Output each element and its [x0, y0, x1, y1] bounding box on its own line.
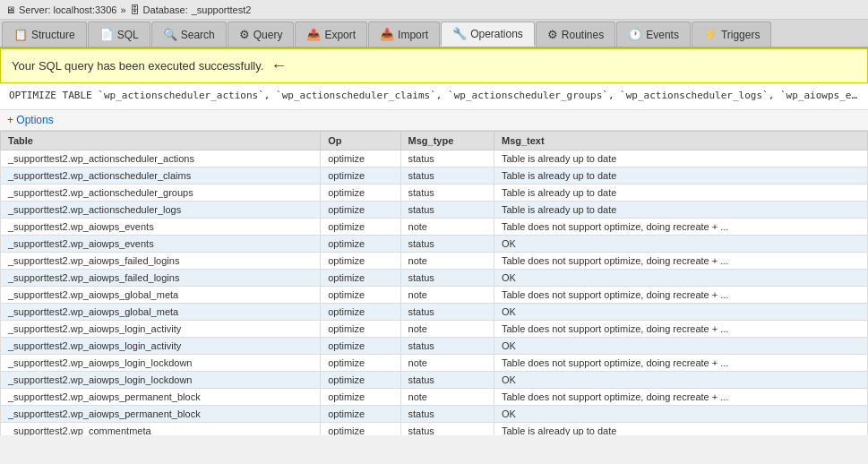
cell-op: optimize	[321, 218, 400, 235]
cell-table: _supporttest2.wp_aiowps_login_lockdown	[1, 371, 321, 388]
cell-op: optimize	[321, 371, 400, 388]
cell-msg-type: status	[400, 337, 494, 354]
tab-import-label: Import	[398, 29, 428, 41]
operations-icon: 🔧	[452, 27, 467, 40]
content-area: Your SQL query has been executed success…	[0, 48, 868, 435]
options-link[interactable]: + Options	[7, 114, 54, 126]
tab-operations[interactable]: 🔧 Operations	[441, 21, 535, 47]
search-icon: 🔍	[163, 28, 177, 41]
tab-events-label: Events	[646, 29, 679, 41]
tab-search[interactable]: 🔍 Search	[151, 21, 227, 47]
table-row: _supporttest2.wp_aiowps_login_activityop…	[1, 320, 868, 337]
tab-export[interactable]: 📤 Export	[295, 21, 367, 47]
export-icon: 📤	[306, 28, 321, 41]
cell-table: _supporttest2.wp_actionscheduler_groups	[1, 184, 321, 201]
tab-query[interactable]: ⚙ Query	[228, 21, 295, 47]
col-header-msg-type: Msg_type	[400, 131, 494, 150]
cell-table: _supporttest2.wp_actionscheduler_claims	[1, 167, 321, 184]
cell-table: _supporttest2.wp_actionscheduler_actions	[1, 150, 321, 167]
cell-table: _supporttest2.wp_actionscheduler_logs	[1, 201, 321, 218]
cell-table: _supporttest2.wp_aiowps_login_activity	[1, 337, 321, 354]
table-row: _supporttest2.wp_aiowps_login_activityop…	[1, 337, 868, 354]
cell-op: optimize	[321, 235, 400, 252]
cell-msg-type: status	[400, 184, 494, 201]
cell-table: _supporttest2.wp_aiowps_login_lockdown	[1, 354, 321, 371]
cell-op: optimize	[321, 269, 400, 286]
tab-search-label: Search	[181, 29, 215, 41]
table-row: _supporttest2.wp_aiowps_permanent_blocko…	[1, 388, 868, 405]
cell-msg-type: status	[400, 201, 494, 218]
import-icon: 📥	[380, 28, 394, 41]
table-row: _supporttest2.wp_aiowps_eventsoptimizeno…	[1, 218, 868, 235]
table-row: _supporttest2.wp_aiowps_eventsoptimizest…	[1, 235, 868, 252]
db-icon: 🗄	[130, 4, 140, 15]
cell-table: _supporttest2.wp_aiowps_global_meta	[1, 303, 321, 320]
table-row: _supporttest2.wp_aiowps_login_lockdownop…	[1, 371, 868, 388]
cell-msg-text: OK	[494, 303, 867, 320]
cell-op: optimize	[321, 167, 400, 184]
cell-op: optimize	[321, 184, 400, 201]
server-label: Server: localhost:3306	[19, 4, 116, 15]
cell-msg-type: note	[400, 354, 494, 371]
triggers-icon: ⚡	[703, 28, 718, 41]
success-banner: Your SQL query has been executed success…	[0, 48, 868, 83]
tab-events[interactable]: 🕐 Events	[616, 21, 691, 47]
cell-msg-text: Table does not support optimize, doing r…	[494, 286, 867, 303]
cell-table: _supporttest2.wp_aiowps_global_meta	[1, 286, 321, 303]
tab-routines[interactable]: ⚙ Routines	[536, 21, 615, 47]
sql-query-text: OPTIMIZE TABLE `wp_actionscheduler_actio…	[9, 90, 868, 101]
cell-msg-text: Table is already up to date	[494, 167, 867, 184]
tab-routines-label: Routines	[562, 29, 604, 41]
table-row: _supporttest2.wp_aiowps_failed_loginsopt…	[1, 252, 868, 269]
table-row: _supporttest2.wp_aiowps_global_metaoptim…	[1, 303, 868, 320]
tab-import[interactable]: 📥 Import	[368, 21, 440, 47]
options-row: + Options	[0, 110, 868, 131]
cell-op: optimize	[321, 354, 400, 371]
cell-msg-text: OK	[494, 371, 867, 388]
cell-table: _supporttest2.wp_aiowps_login_activity	[1, 320, 321, 337]
table-container: Table Op Msg_type Msg_text _supporttest2…	[0, 131, 868, 435]
cell-op: optimize	[321, 150, 400, 167]
table-row: _supporttest2.wp_aiowps_failed_loginsopt…	[1, 269, 868, 286]
cell-op: optimize	[321, 422, 400, 435]
separator: »	[120, 4, 125, 15]
tab-export-label: Export	[324, 29, 356, 41]
col-header-table: Table	[1, 131, 321, 150]
results-table: Table Op Msg_type Msg_text _supporttest2…	[0, 131, 868, 435]
cell-msg-text: Table does not support optimize, doing r…	[494, 218, 867, 235]
success-message: Your SQL query has been executed success…	[12, 59, 263, 73]
col-header-op: Op	[321, 131, 400, 150]
cell-msg-type: status	[400, 269, 494, 286]
routines-icon: ⚙	[547, 28, 558, 41]
cell-msg-text: Table does not support optimize, doing r…	[494, 388, 867, 405]
nav-tabs: 📋 Structure 📄 SQL 🔍 Search ⚙ Query 📤 Exp…	[0, 20, 868, 48]
events-icon: 🕐	[628, 28, 642, 41]
cell-msg-type: status	[400, 150, 494, 167]
title-bar: 🖥 Server: localhost:3306 » 🗄 Database: _…	[0, 0, 868, 20]
cell-msg-type: status	[400, 303, 494, 320]
cell-op: optimize	[321, 201, 400, 218]
col-header-msg-text: Msg_text	[494, 131, 867, 150]
cell-table: _supporttest2.wp_aiowps_permanent_block	[1, 405, 321, 422]
tab-triggers-label: Triggers	[721, 29, 761, 41]
cell-table: _supporttest2.wp_aiowps_events	[1, 218, 321, 235]
cell-msg-text: OK	[494, 269, 867, 286]
table-row: _supporttest2.wp_aiowps_permanent_blocko…	[1, 405, 868, 422]
cell-msg-type: status	[400, 371, 494, 388]
cell-op: optimize	[321, 286, 400, 303]
tab-sql[interactable]: 📄 SQL	[88, 21, 150, 47]
cell-msg-text: OK	[494, 337, 867, 354]
cell-msg-type: note	[400, 252, 494, 269]
tab-triggers[interactable]: ⚡ Triggers	[692, 21, 772, 47]
cell-msg-text: Table is already up to date	[494, 201, 867, 218]
cell-op: optimize	[321, 320, 400, 337]
table-row: _supporttest2.wp_actionscheduler_actions…	[1, 150, 868, 167]
cell-op: optimize	[321, 388, 400, 405]
sql-display: OPTIMIZE TABLE `wp_actionscheduler_actio…	[0, 83, 868, 110]
cell-op: optimize	[321, 405, 400, 422]
table-header-row: Table Op Msg_type Msg_text	[1, 131, 868, 150]
tab-structure[interactable]: 📋 Structure	[2, 21, 87, 47]
cell-msg-text: Table is already up to date	[494, 422, 867, 435]
cell-msg-text: Table does not support optimize, doing r…	[494, 354, 867, 371]
cell-msg-type: status	[400, 235, 494, 252]
